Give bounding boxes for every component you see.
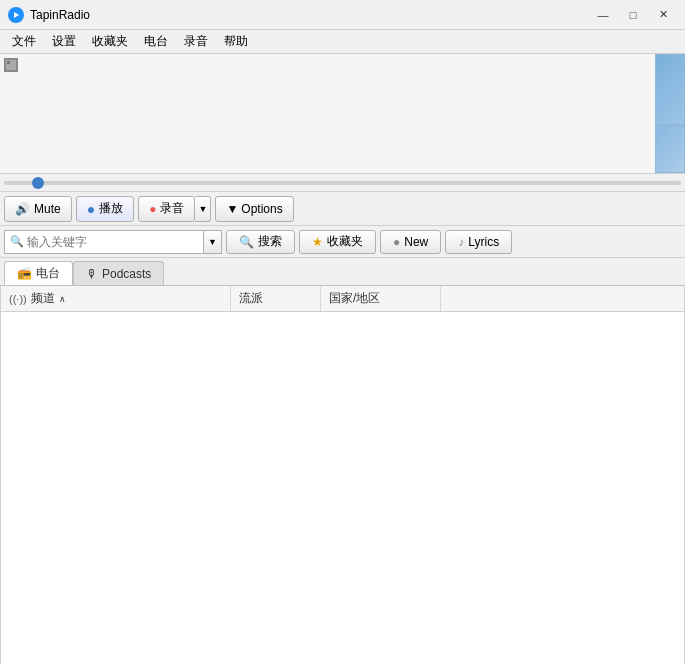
radio-tab-icon: 📻 <box>17 266 32 280</box>
table-content <box>1 312 684 664</box>
menu-record[interactable]: 录音 <box>176 31 216 52</box>
lyrics-btn-icon: ♪ <box>458 235 464 249</box>
lyrics-button[interactable]: ♪ Lyrics <box>445 230 512 254</box>
favorites-button[interactable]: ★ 收藏夹 <box>299 230 376 254</box>
search-input-wrapper: 🔍 ▼ <box>4 230 222 254</box>
album-art-icon <box>4 58 18 72</box>
play-icon: ● <box>87 201 95 217</box>
radio-tab-label: 电台 <box>36 265 60 282</box>
app-icon <box>8 7 24 23</box>
menu-settings[interactable]: 设置 <box>44 31 84 52</box>
progress-area <box>0 174 685 192</box>
record-dropdown-button[interactable]: ▼ <box>195 196 211 222</box>
table-area: ((·)) 频道 ∧ 流派 国家/地区 <box>0 286 685 664</box>
fav-btn-label: 收藏夹 <box>327 233 363 250</box>
country-header-label: 国家/地区 <box>329 290 380 307</box>
play-label: 播放 <box>99 200 123 217</box>
menu-file[interactable]: 文件 <box>4 31 44 52</box>
close-button[interactable]: ✕ <box>649 5 677 25</box>
radio-wave-icon: ((·)) <box>9 293 27 305</box>
podcasts-tab-label: Podcasts <box>102 267 151 281</box>
progress-thumb <box>32 177 44 189</box>
column-header-channel: ((·)) 频道 ∧ <box>1 286 231 311</box>
viz-panel-top <box>655 54 685 125</box>
podcasts-tab-icon: 🎙 <box>86 267 98 281</box>
minimize-button[interactable]: — <box>589 5 617 25</box>
record-control: ● 录音 ▼ <box>138 196 211 222</box>
search-inline-icon: 🔍 <box>10 235 24 248</box>
sort-icon: ∧ <box>59 294 66 304</box>
tab-radio[interactable]: 📻 电台 <box>4 261 73 285</box>
app-title: TapinRadio <box>30 8 589 22</box>
new-btn-label: New <box>404 235 428 249</box>
menu-bar: 文件 设置 收藏夹 电台 录音 帮助 <box>0 30 685 54</box>
channel-header-label: 频道 <box>31 290 55 307</box>
tabs-bar: 📻 电台 🎙 Podcasts <box>0 258 685 286</box>
menu-help[interactable]: 帮助 <box>216 31 256 52</box>
genre-header-label: 流派 <box>239 290 263 307</box>
search-button[interactable]: 🔍 搜索 <box>226 230 295 254</box>
record-icon: ● <box>149 202 156 216</box>
lyrics-btn-label: Lyrics <box>468 235 499 249</box>
mute-button[interactable]: 🔊 Mute <box>4 196 72 222</box>
search-input[interactable] <box>4 230 204 254</box>
viz-panel-bottom <box>655 125 685 173</box>
new-btn-icon: ● <box>393 235 400 249</box>
new-button[interactable]: ● New <box>380 230 441 254</box>
search-btn-label: 搜索 <box>258 233 282 250</box>
speaker-icon: 🔊 <box>15 202 30 216</box>
controls-bar: 🔊 Mute ● 播放 ● 录音 ▼ ▼ Options <box>0 192 685 226</box>
maximize-button[interactable]: □ <box>619 5 647 25</box>
options-label: Options <box>241 202 282 216</box>
options-arrow: ▼ <box>226 202 238 216</box>
fav-btn-icon: ★ <box>312 235 323 249</box>
record-label: 录音 <box>160 200 184 217</box>
search-btn-icon: 🔍 <box>239 235 254 249</box>
search-bar: 🔍 ▼ 🔍 搜索 ★ 收藏夹 ● New ♪ Lyrics <box>0 226 685 258</box>
record-button[interactable]: ● 录音 <box>138 196 195 222</box>
options-button[interactable]: ▼ Options <box>215 196 293 222</box>
visualization-area <box>0 54 685 174</box>
window-controls: — □ ✕ <box>589 5 677 25</box>
title-bar: TapinRadio — □ ✕ <box>0 0 685 30</box>
search-dropdown-arrow-icon: ▼ <box>208 237 217 247</box>
table-header: ((·)) 频道 ∧ 流派 国家/地区 <box>1 286 684 312</box>
column-header-genre: 流派 <box>231 286 321 311</box>
tab-podcasts[interactable]: 🎙 Podcasts <box>73 261 164 285</box>
menu-station[interactable]: 电台 <box>136 31 176 52</box>
record-dropdown-arrow: ▼ <box>198 204 207 214</box>
search-dropdown-button[interactable]: ▼ <box>204 230 222 254</box>
column-header-country: 国家/地区 <box>321 286 441 311</box>
svg-rect-4 <box>7 61 10 64</box>
mute-label: Mute <box>34 202 61 216</box>
play-button[interactable]: ● 播放 <box>76 196 134 222</box>
viz-right-panel <box>655 54 685 173</box>
menu-favorites[interactable]: 收藏夹 <box>84 31 136 52</box>
progress-track[interactable] <box>4 181 681 185</box>
